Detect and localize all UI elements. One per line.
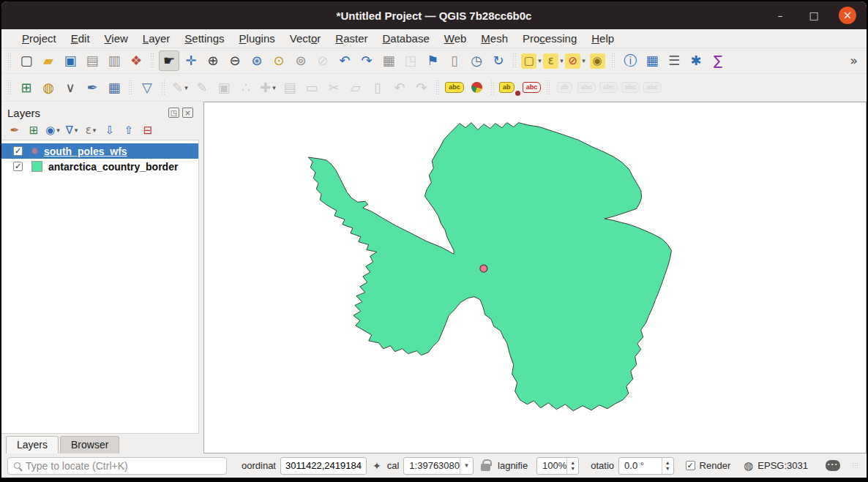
pan-map-to-selection-icon: ✛ [185,54,196,67]
resize-grip[interactable] [852,462,859,470]
spin-arrows-icon[interactable]: ▲▼ [566,458,578,474]
pan-map-to-selection-button[interactable]: ✛ [181,50,201,71]
layer-item-south_poles_wfs[interactable]: ✓south_poles_wfs [1,143,198,159]
antarctica-polygon [308,123,671,411]
menu-settings[interactable]: Settings [177,31,231,46]
new-map-view-button[interactable]: ▦ [378,50,399,71]
layer-diagram-options-button[interactable] [466,78,487,98]
rotation-spinbox[interactable]: 0.0 ° ▲▼ [618,457,674,475]
close-button[interactable]: × [839,7,856,24]
menu-edit[interactable]: Edit [64,31,97,46]
extents-toggle-icon[interactable]: ✦ [373,460,381,472]
deselect-all-button[interactable]: ⊘▾ [565,50,585,71]
manage-map-themes-button[interactable]: ◉▾ [44,122,61,138]
layer-visibility-checkbox[interactable]: ✓ [13,146,23,156]
menu-plugins[interactable]: Plugins [232,31,283,46]
dropdown-arrow-icon[interactable]: ▾ [93,127,97,134]
layer-visibility-checkbox[interactable]: ✓ [13,162,23,171]
menu-layer[interactable]: Layer [135,31,178,46]
identify-features-button[interactable]: ⓘ [620,50,640,71]
locator-bar[interactable] [7,457,227,475]
toolbar-overflow-icon[interactable]: » [850,53,864,68]
tab-browser[interactable]: Browser [60,436,119,453]
dropdown-arrow-icon[interactable]: ▾ [75,127,78,134]
new-virtual-layer-button[interactable]: ▦ [104,78,124,98]
expand-all-button[interactable]: ⇩ [101,122,119,138]
data-source-manager-button[interactable]: ⊞ [16,78,37,98]
highlight-pinned-labels-button[interactable]: abc [522,78,542,98]
minimize-button[interactable]: – [771,7,789,24]
dropdown-arrow-icon[interactable]: ▾ [560,57,564,64]
magnifier-spinbox[interactable]: 100% ▲▼ [536,457,579,475]
open-project-button[interactable]: ▰ [38,50,59,71]
panel-float-icon[interactable]: ◳ [168,108,179,118]
zoom-to-layer-button[interactable]: ⊚ [291,50,311,71]
open-layer-styling-button[interactable]: ✒ [6,122,23,138]
dropdown-arrow-icon[interactable]: ▾ [538,57,542,64]
layer-item-antarctica_country_border[interactable]: ✓antarctica_country_border [1,159,198,174]
new-spatial-bookmark-button[interactable]: ⚑ [422,50,443,71]
statistical-summary-button[interactable]: ☰ [664,50,684,71]
toolbar-row-1: ▢▰▣▤▥❖☛✛⊕⊖⊛⊙⊚⊘↶↷▦◳⚑▯◷↻▢▾ε▾⊘▾◉ⓘ▦☰✱∑» [1,48,867,74]
map-canvas[interactable] [203,102,867,453]
new-project-button[interactable]: ▢ [16,50,37,71]
add-group-button[interactable]: ⊞ [25,122,42,138]
zoom-next-button[interactable]: ↷ [356,50,377,71]
save-project-button[interactable]: ▣ [60,50,81,71]
menu-vector[interactable]: Vector [283,31,329,46]
menu-mesh[interactable]: Mesh [474,31,515,46]
filter-by-expression-button[interactable]: ε▾ [82,122,100,138]
menu-raster[interactable]: Raster [328,31,375,46]
select-features-button[interactable]: ▢▾ [521,50,542,71]
show-spatial-bookmarks-button[interactable]: ▯ [444,50,465,71]
render-checkbox[interactable]: ✓ [686,461,695,470]
menu-web[interactable]: Web [437,31,474,46]
zoom-out-button[interactable]: ⊖ [225,50,245,71]
menu-project[interactable]: Project [15,31,64,46]
dropdown-arrow-icon[interactable]: ▾ [272,84,276,91]
messages-icon[interactable] [826,460,840,471]
pin-labels-button[interactable]: ab [499,78,520,98]
new-geopackage-layer-button[interactable]: ◍ [38,78,59,98]
scale-dropdown-icon[interactable]: ▼ [460,458,473,474]
pan-map-button[interactable]: ☛ [159,50,179,71]
zoom-last-button[interactable]: ↶ [334,50,355,71]
refresh-map-button[interactable]: ↻ [488,50,509,71]
spin-arrows-icon[interactable]: ▲▼ [662,458,673,474]
new-temporary-scratch-layer-button[interactable]: ▽ [137,78,157,98]
crs-value[interactable]: EPSG:3031 [757,460,808,471]
menu-view[interactable]: View [97,31,135,46]
maximize-button[interactable]: □ [805,7,823,24]
change-label-button: abc [643,78,663,98]
layer-labeling-options-button[interactable]: abc [444,78,465,98]
zoom-in-button[interactable]: ⊕ [203,50,223,71]
select-by-value-button[interactable]: ◉ [587,50,607,71]
menu-processing[interactable]: Processing [515,31,584,46]
open-attribute-table-button[interactable]: ▦ [642,50,662,71]
new-spatialite-layer-button[interactable]: ✒ [82,78,102,98]
style-manager-button[interactable]: ❖ [126,50,146,71]
collapse-all-button[interactable]: ⇧ [120,122,138,138]
zoom-full-button[interactable]: ⊛ [247,50,267,71]
filter-legend-button[interactable]: ∇▾ [63,122,81,138]
dropdown-arrow-icon[interactable]: ▾ [582,57,585,64]
zoom-to-selection-button[interactable]: ⊙ [269,50,289,71]
locator-input[interactable] [26,460,220,472]
processing-toolbox-button[interactable]: ✱ [686,50,706,71]
panel-close-icon[interactable]: × [182,108,193,118]
scale-combobox[interactable]: 1:39763080 ▼ [403,457,474,475]
dropdown-arrow-icon[interactable]: ▾ [184,84,188,91]
show-summary-sum-button[interactable]: ∑ [708,50,728,71]
new-shapefile-layer-button[interactable]: ∨ [60,78,81,98]
menu-help[interactable]: Help [584,31,621,46]
select-by-expression-button[interactable]: ε▾ [543,50,564,71]
menu-database[interactable]: Database [375,31,437,46]
tab-layers[interactable]: Layers [6,436,59,453]
coordinate-input[interactable] [280,457,367,475]
lock-scale-icon[interactable] [481,464,490,471]
temporal-controller-button[interactable]: ◷ [466,50,487,71]
new-print-layout-button[interactable]: ▤ [82,50,102,71]
show-layout-manager-button[interactable]: ▥ [104,50,124,71]
dropdown-arrow-icon[interactable]: ▾ [56,127,60,134]
remove-layer-button[interactable]: ⊟ [139,122,157,138]
